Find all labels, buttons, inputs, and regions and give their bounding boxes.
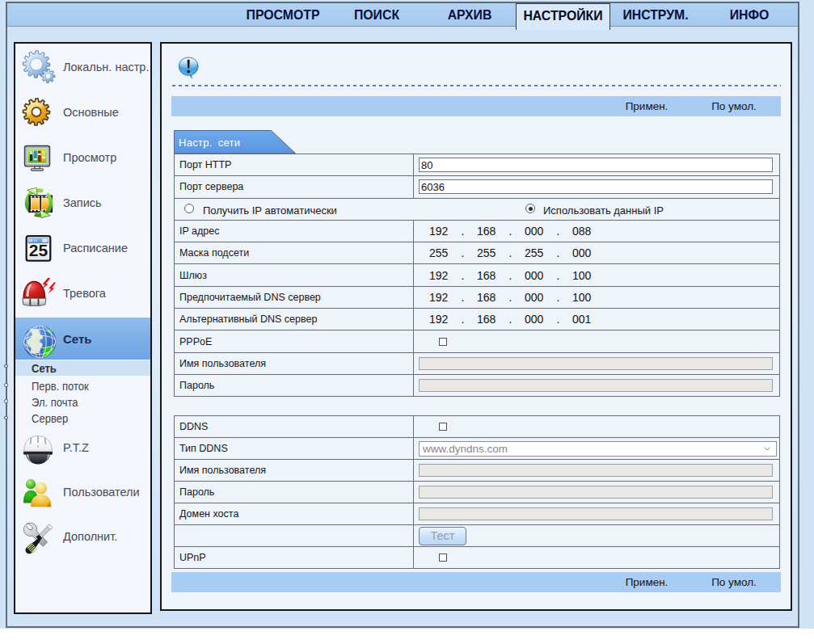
svg-text:25: 25 — [29, 241, 49, 259]
